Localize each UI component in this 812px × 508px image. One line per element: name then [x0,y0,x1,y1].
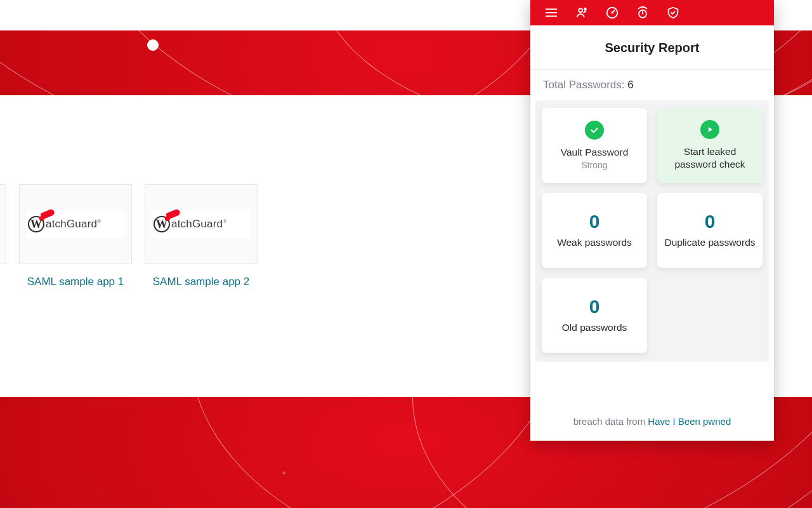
old-passwords-count: 0 [589,297,600,316]
app-logo: W atchGuard® [152,210,251,238]
panel-footer: breach data from Have I Been pwned [530,406,774,441]
play-icon [700,120,719,139]
old-passwords-card[interactable]: 0 Old passwords [542,278,647,353]
weak-passwords-card[interactable]: 0 Weak passwords [542,193,647,268]
app-tile-box: W atchGuard® [145,184,258,264]
vault-password-label: Vault Password [561,146,629,159]
logo-text: atchGuard [46,218,97,230]
weak-passwords-count: 0 [589,212,600,231]
tile-edge [0,184,6,264]
app-logo: W atchGuard® [26,210,125,238]
total-passwords-count: 6 [627,79,633,91]
total-passwords-label: Total Passwords: [543,79,625,91]
user-icon[interactable] [575,6,589,20]
start-leak-check-label: Start leaked password check [664,145,756,171]
footer-prefix: breach data from [573,416,648,427]
duplicate-passwords-label: Duplicate passwords [664,236,755,249]
shield-check-icon[interactable] [666,6,680,20]
app-tiles: W atchGuard® SAML sample app 1 W atchGua… [0,184,258,288]
hibp-link[interactable]: Have I Been pwned [648,416,731,427]
total-passwords: Total Passwords: 6 [530,70,774,100]
weak-passwords-label: Weak passwords [557,236,632,249]
svg-point-6 [612,12,613,14]
vault-password-card[interactable]: Vault Password Strong [542,108,647,183]
cards-container: Vault Password Strong Start leaked passw… [535,100,769,362]
gauge-icon[interactable] [605,6,619,20]
svg-point-3 [579,8,582,12]
menu-icon[interactable] [544,6,558,20]
security-report-panel: Security Report Total Passwords: 6 Vault… [530,0,774,441]
app-tile-label: SAML sample app 2 [145,276,258,288]
panel-toolbar [530,0,774,25]
power-timer-icon[interactable] [636,6,650,20]
app-tile[interactable]: W atchGuard® SAML sample app 2 [145,184,258,288]
panel-title: Security Report [530,25,774,70]
app-tile-box: W atchGuard® [19,184,132,264]
svg-point-4 [584,8,586,10]
old-passwords-label: Old passwords [562,321,627,334]
app-tile-label: SAML sample app 1 [19,276,132,288]
duplicate-passwords-card[interactable]: 0 Duplicate passwords [657,193,763,268]
start-leak-check-card[interactable]: Start leaked password check [657,108,763,183]
svg-marker-9 [709,127,712,132]
vault-password-strength: Strong [581,160,607,170]
check-icon [585,121,604,140]
duplicate-passwords-count: 0 [705,212,716,231]
app-tile[interactable]: W atchGuard® SAML sample app 1 [19,184,132,288]
logo-text: atchGuard [171,218,223,230]
